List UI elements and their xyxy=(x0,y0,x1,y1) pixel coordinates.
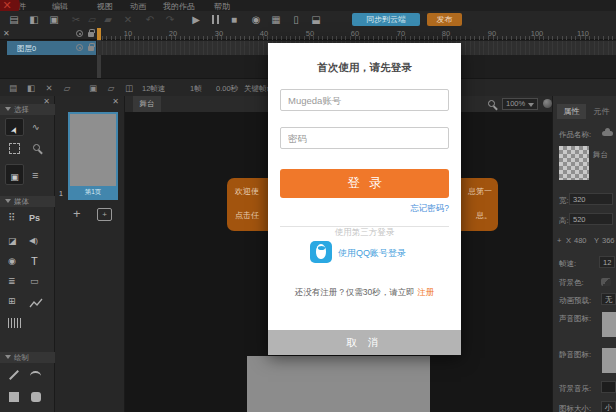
section-draw[interactable]: 绘制 xyxy=(0,352,55,363)
selection-tool-button[interactable]: ➤ xyxy=(5,118,24,136)
cancel-button[interactable]: 取 消 xyxy=(268,330,461,355)
login-button[interactable]: 登录 xyxy=(280,169,449,198)
preview-icon[interactable]: ◉ xyxy=(248,11,264,28)
bg-color-picker-icon[interactable] xyxy=(601,278,611,286)
text-tool-icon[interactable]: T xyxy=(31,255,38,267)
barcode-tool-icon[interactable] xyxy=(8,318,23,328)
stage-zoom-icon[interactable] xyxy=(488,100,495,107)
page-thumbnail[interactable]: 第1页 xyxy=(68,112,118,200)
line-tool-icon[interactable] xyxy=(9,370,19,380)
x-coord-label: X xyxy=(566,236,571,245)
edit-multiple-frames-icon[interactable]: ◫ xyxy=(122,79,136,97)
visibility-column-eye-icon[interactable] xyxy=(76,30,83,37)
sync-to-cloud-button[interactable]: 同步到云端 xyxy=(352,13,420,26)
plus-icon: + xyxy=(557,236,561,245)
timeline-close-icon[interactable]: ✕ xyxy=(3,29,10,38)
save-icon[interactable]: ▣ xyxy=(46,11,62,28)
rounded-rectangle-tool-icon[interactable] xyxy=(31,392,41,402)
collapse-arrow-icon xyxy=(5,199,11,203)
insert-frame-icon[interactable]: ▤ xyxy=(6,79,20,97)
copy-frame-icon[interactable]: ▱ xyxy=(60,79,74,97)
login-dialog: 首次使用，请先登录 登录 忘记密码? 使用第三方登录 使用QQ账号登录 还没有注… xyxy=(268,43,461,355)
phone-preview-icon[interactable]: ▯ xyxy=(288,11,304,28)
form-tool-icon[interactable]: ≣ xyxy=(8,276,16,286)
y-coord-label: Y xyxy=(594,236,599,245)
rectangle-tool-icon[interactable] xyxy=(9,392,19,402)
transform-tool-button[interactable]: ▣ xyxy=(5,164,24,185)
stage-canvas[interactable] xyxy=(247,356,430,412)
height-label: 高: xyxy=(559,216,569,226)
marquee-select-tool-icon[interactable] xyxy=(9,143,20,154)
stop-icon[interactable]: ■ xyxy=(226,11,242,28)
video-tool-icon[interactable]: ◉ xyxy=(8,256,16,266)
fps-field[interactable]: 12 xyxy=(599,256,615,268)
delete-frame-icon[interactable]: ✕ xyxy=(42,79,56,97)
timeline-ruler[interactable]: ✕ 10 20 30 40 50 60 70 80 90 100 110 xyxy=(0,28,616,40)
delete-icon[interactable]: ✕ xyxy=(120,11,136,28)
playhead-marker[interactable] xyxy=(97,28,101,40)
ruler-number: 10 xyxy=(118,29,138,38)
image-tool-icon[interactable]: ◪ xyxy=(8,236,17,246)
stage-preview-swatch[interactable] xyxy=(559,146,589,180)
work-name-label: 作品名称: xyxy=(559,130,591,140)
cloud-sync-icon[interactable] xyxy=(602,131,613,136)
qr-code-icon[interactable]: ▦ xyxy=(268,11,284,28)
stage-settings-icon[interactable] xyxy=(543,99,552,108)
audio-tool-icon[interactable]: ◀) xyxy=(29,236,38,245)
components-grid-icon[interactable]: ⠿ xyxy=(8,212,15,223)
new-file-icon[interactable]: ▤ xyxy=(6,11,22,28)
tune-tool-icon[interactable]: ≡ xyxy=(32,169,38,181)
onion-skin-icon[interactable]: ▣ xyxy=(86,79,100,97)
password-input[interactable] xyxy=(280,127,449,149)
tab-components[interactable]: 元件 xyxy=(587,104,616,119)
layer-lock-icon[interactable] xyxy=(88,46,94,51)
section-media[interactable]: 媒体 xyxy=(0,196,55,207)
layer-row-selected[interactable]: 图层0 xyxy=(7,41,96,55)
layer-eye-icon[interactable] xyxy=(76,44,83,51)
board-tool-icon[interactable]: ▭ xyxy=(30,276,39,286)
play-icon[interactable]: ▶ xyxy=(188,11,204,28)
mute-icon-image-box[interactable] xyxy=(602,348,616,373)
width-field[interactable]: 320 xyxy=(569,193,613,205)
height-field[interactable]: 520 xyxy=(569,213,613,225)
account-input[interactable] xyxy=(280,89,449,111)
zoom-tool-icon[interactable] xyxy=(33,144,40,151)
cursor-icon: ➤ xyxy=(5,123,24,137)
ruler-number: 70 xyxy=(391,29,411,38)
curve-tool-icon[interactable] xyxy=(30,371,41,381)
undo-icon[interactable]: ↶ xyxy=(142,11,158,28)
onion-outline-icon[interactable]: ▱ xyxy=(104,79,118,97)
bgm-field[interactable] xyxy=(601,381,616,393)
counter-tool-icon[interactable]: ⊞ xyxy=(8,296,16,306)
duplicate-page-button[interactable]: + xyxy=(97,208,112,221)
import-icon[interactable]: ◧ xyxy=(26,11,42,28)
paste-icon[interactable]: ▰ xyxy=(100,11,116,28)
register-link[interactable]: 注册 xyxy=(417,287,434,297)
publish-button[interactable]: 发布 xyxy=(427,13,462,26)
redo-icon[interactable]: ↷ xyxy=(162,11,178,28)
new-folder-icon[interactable]: ◧ xyxy=(24,79,38,97)
chart-tool-icon[interactable] xyxy=(29,298,43,309)
sound-icon-image-box[interactable] xyxy=(602,312,616,337)
tab-properties[interactable]: 属性 xyxy=(557,104,586,119)
lock-column-lock-icon[interactable] xyxy=(88,32,94,37)
zoom-level-select[interactable]: 100% xyxy=(502,98,538,110)
pause-icon[interactable] xyxy=(212,15,219,24)
forgot-password-link[interactable]: 忘记密码? xyxy=(410,203,449,215)
preload-field[interactable]: 无 xyxy=(601,293,616,305)
section-select[interactable]: 选择 xyxy=(0,104,55,115)
copy-icon[interactable]: ▱ xyxy=(84,11,100,28)
page-number: 1 xyxy=(59,190,63,197)
add-page-button[interactable]: + xyxy=(73,206,81,221)
photoshop-import-icon[interactable]: Ps xyxy=(29,213,40,223)
ruler-number: 60 xyxy=(345,29,365,38)
page-label: 第1页 xyxy=(70,186,116,198)
cut-icon[interactable]: ✂ xyxy=(68,11,84,28)
tab-stage[interactable]: 舞台 xyxy=(133,96,161,112)
menu-bar: 文件 编辑 视图 动画 我的作品 帮助 ✕ xyxy=(0,0,616,11)
close-icon: ✕ xyxy=(2,0,11,11)
icon-size-field[interactable]: 小 xyxy=(601,401,616,412)
lasso-tool-icon[interactable]: ∿ xyxy=(32,122,40,132)
pages-panel-close-icon[interactable]: ✕ xyxy=(112,97,119,106)
snapshot-icon[interactable]: ⬓ xyxy=(308,11,324,28)
